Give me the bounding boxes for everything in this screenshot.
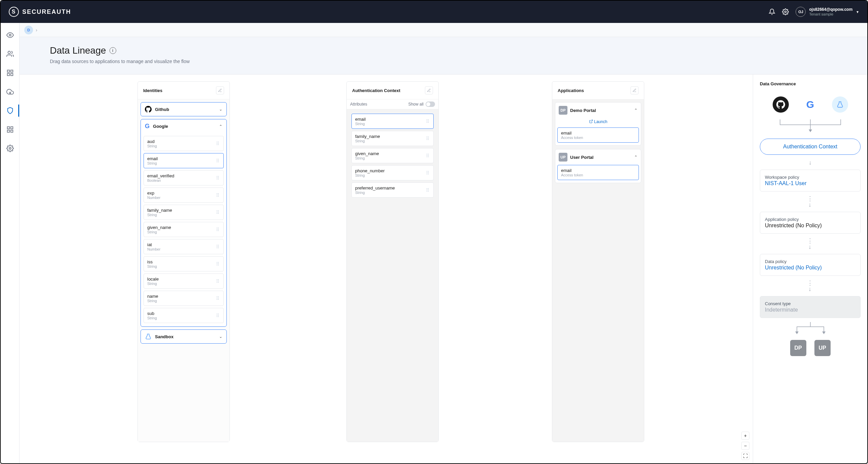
edit-button[interactable] (630, 86, 639, 94)
attr-name: email (561, 130, 635, 136)
breadcrumb-chip[interactable]: D (24, 26, 33, 34)
drag-handle-icon[interactable]: ⠿ (216, 227, 220, 232)
applications-column: Applications DP Demo Portal ⌃ Launch ema… (552, 81, 644, 442)
sidebar-item-extensions[interactable] (1, 121, 19, 138)
attribute-row[interactable]: emailString⠿ (144, 153, 224, 168)
svg-point-11 (9, 147, 11, 149)
governance-card[interactable]: Application policyUnrestricted (No Polic… (760, 212, 861, 234)
attribute-row[interactable]: email_verifiedBoolean⠿ (144, 170, 224, 185)
chevron-up-icon: ⌃ (634, 155, 638, 160)
attribute-row[interactable]: given_nameString⠿ (144, 222, 224, 237)
chevron-up-icon: ⌃ (219, 124, 222, 129)
attr-type: String (147, 264, 157, 268)
connection-lines (20, 75, 121, 125)
attribute-row[interactable]: family_nameString⠿ (351, 131, 434, 146)
app-badge-up[interactable]: UP (814, 340, 831, 356)
attribute-row[interactable]: emailString⠿ (351, 114, 434, 129)
app-head[interactable]: DP Demo Portal ⌃ (555, 103, 641, 118)
governance-card[interactable]: Data policyUnrestricted (No Policy) (760, 254, 861, 276)
drag-handle-icon[interactable]: ⠿ (216, 261, 220, 267)
drag-handle-icon[interactable]: ⠿ (426, 170, 430, 176)
app-attribute[interactable]: email Access token (557, 165, 639, 180)
brand: S SECUREAUTH (9, 7, 71, 17)
github-icon (773, 96, 789, 113)
drag-handle-icon[interactable]: ⠿ (216, 313, 220, 318)
attribute-row[interactable]: phone_numberString⠿ (351, 165, 434, 180)
bell-icon[interactable] (769, 8, 775, 15)
app-badge-dp[interactable]: DP (790, 340, 806, 356)
attribute-row[interactable]: preferred_usernameString⠿ (351, 182, 434, 198)
attribute-row[interactable]: localeString⠿ (144, 273, 224, 289)
identity-provider-sandbox[interactable]: Sandbox ⌄ (141, 329, 227, 344)
breadcrumb: D › (20, 23, 867, 37)
drag-handle-icon[interactable]: ⠿ (216, 210, 220, 215)
attribute-row[interactable]: iatNumber⠿ (144, 239, 224, 254)
drag-handle-icon[interactable]: ⠿ (426, 187, 430, 193)
drag-handle-icon[interactable]: ⠿ (426, 153, 430, 158)
attribute-row[interactable]: subString⠿ (144, 308, 224, 323)
app-badge: DP (559, 106, 567, 115)
drag-handle-icon[interactable]: ⠿ (216, 296, 220, 301)
svg-rect-8 (10, 127, 12, 129)
drag-handle-icon[interactable]: ⠿ (426, 136, 430, 141)
auth-context-pill[interactable]: Authentication Context (760, 139, 861, 155)
auth-title: Authentication Context (352, 88, 400, 93)
chevron-right-icon: › (36, 27, 37, 33)
provider-label: Github (155, 107, 169, 112)
flow-split-icon (760, 322, 861, 336)
attribute-row[interactable]: issString⠿ (144, 256, 224, 271)
identity-provider-github[interactable]: Github ⌄ (141, 102, 227, 116)
attr-type: String (147, 213, 172, 217)
zoom-out-button[interactable]: − (741, 442, 749, 450)
edit-button[interactable] (216, 86, 224, 94)
zoom-in-button[interactable]: + (741, 432, 749, 440)
drag-handle-icon[interactable]: ⠿ (216, 279, 220, 284)
drag-handle-icon[interactable]: ⠿ (216, 244, 220, 250)
gear-icon[interactable] (782, 8, 789, 15)
attribute-row[interactable]: family_nameString⠿ (144, 205, 224, 220)
canvas[interactable]: Identities Github (20, 75, 753, 463)
drag-handle-icon[interactable]: ⠿ (216, 193, 220, 198)
arrow-down-icon: ↓ (760, 160, 861, 166)
sidebar-item-cloud[interactable] (1, 83, 19, 100)
attr-name: given_name (355, 151, 379, 156)
attr-name: email (561, 168, 635, 173)
attr-sub: Access token (561, 136, 635, 140)
app-attribute[interactable]: email Access token (557, 127, 639, 143)
sidebar-item-users[interactable] (1, 45, 19, 63)
drag-handle-icon[interactable]: ⠿ (426, 119, 430, 124)
brand-text: SECUREAUTH (22, 8, 71, 16)
user-menu[interactable]: OJ ojs82664@qopow.com Tenant sample ▼ (796, 7, 859, 17)
attribute-row[interactable]: expNumber⠿ (144, 187, 224, 203)
topbar: S SECUREAUTH OJ ojs82664@qopow.com Tenan… (1, 1, 867, 23)
app-head[interactable]: UP User Portal ⌃ (555, 149, 641, 165)
sidebar-item-security[interactable] (1, 102, 19, 119)
attribute-row[interactable]: audString⠿ (144, 136, 224, 151)
sidebar-item-settings[interactable] (1, 140, 19, 157)
info-icon[interactable]: i (110, 47, 116, 54)
attr-type: String (147, 299, 158, 303)
svg-line-12 (591, 120, 593, 122)
attr-type: String (355, 139, 380, 143)
app-badge: UP (559, 153, 567, 162)
provider-label: Sandbox (155, 334, 174, 339)
attr-name: locale (147, 277, 159, 282)
sidebar-item-apps[interactable] (1, 64, 19, 82)
show-all-toggle[interactable] (426, 102, 435, 107)
drag-handle-icon[interactable]: ⠿ (216, 175, 220, 181)
edit-button[interactable] (425, 86, 433, 94)
svg-rect-7 (7, 127, 9, 129)
attr-name: preferred_username (355, 185, 395, 191)
drag-handle-icon[interactable]: ⠿ (216, 158, 220, 164)
github-icon (145, 106, 152, 113)
drag-handle-icon[interactable]: ⠿ (216, 141, 220, 146)
fullscreen-button[interactable]: ⛶ (741, 452, 749, 460)
consent-card: Consent type Indeterminate (760, 296, 861, 318)
attribute-row[interactable]: given_nameString⠿ (351, 148, 434, 163)
governance-card[interactable]: Workspace policyNIST-AAL-1 User (760, 170, 861, 192)
attr-name: email (147, 156, 158, 161)
attribute-row[interactable]: nameString⠿ (144, 291, 224, 306)
launch-button[interactable]: Launch (555, 118, 641, 127)
sidebar-item-overview[interactable] (1, 26, 19, 44)
attr-type: String (355, 173, 384, 177)
